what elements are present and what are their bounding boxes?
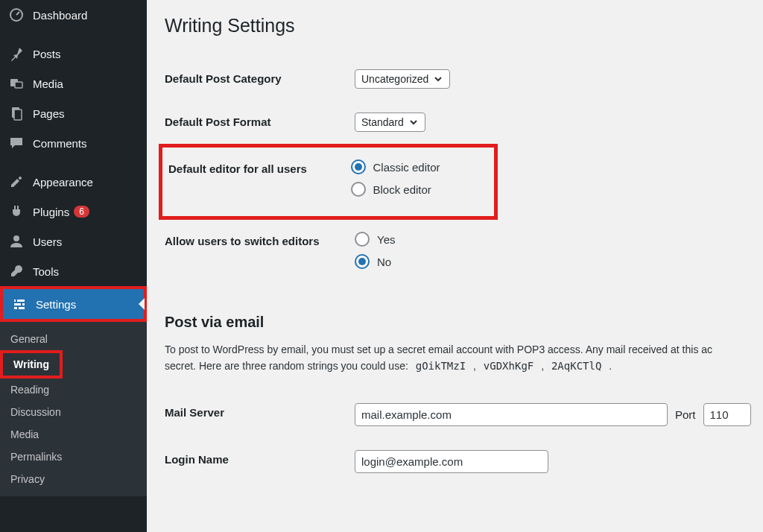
radio-allow-switch-yes[interactable]: Yes — [355, 232, 757, 247]
radio-icon — [355, 254, 370, 269]
media-icon — [9, 76, 24, 91]
admin-sidebar: Dashboard Posts Media Pages Comments App… — [0, 0, 147, 532]
pushpin-icon — [9, 46, 24, 61]
chevron-down-icon — [433, 74, 443, 84]
label-login-name: Login Name — [165, 438, 355, 485]
subnav-writing[interactable]: Writing — [3, 353, 60, 376]
random-string-3: 2AqKCTlQ — [547, 358, 606, 373]
settings-subnav: General Writing Reading Discussion Media… — [0, 322, 147, 496]
sidebar-label: Plugins — [33, 206, 69, 218]
select-value: Standard — [361, 116, 404, 128]
svg-rect-12 — [17, 306, 19, 310]
subnav-privacy[interactable]: Privacy — [0, 468, 147, 490]
settings-icon — [12, 297, 27, 311]
select-default-format[interactable]: Standard — [355, 113, 425, 132]
svg-point-5 — [19, 177, 22, 180]
sidebar-item-tools[interactable]: Tools — [0, 256, 147, 286]
sidebar-label: Dashboard — [33, 9, 87, 22]
sidebar-item-pages[interactable]: Pages — [0, 98, 147, 128]
tools-icon — [9, 264, 24, 279]
radio-icon — [351, 182, 366, 197]
subnav-discussion[interactable]: Discussion — [0, 401, 147, 423]
appearance-icon — [9, 174, 24, 189]
input-login-name[interactable] — [355, 450, 548, 473]
svg-rect-8 — [14, 303, 25, 305]
svg-rect-2 — [15, 82, 22, 88]
label-default-editor: Default editor for all users — [161, 146, 351, 218]
sidebar-item-posts[interactable]: Posts — [0, 39, 147, 69]
label-mail-server: Mail Server — [165, 391, 355, 438]
heading-post-via-email: Post via email — [165, 314, 757, 331]
sidebar-label: Pages — [33, 107, 65, 120]
page-title: Writing Settings — [165, 15, 757, 37]
radio-icon — [355, 232, 370, 247]
label-port: Port — [675, 408, 696, 421]
radio-label: Classic editor — [373, 161, 440, 174]
subnav-general[interactable]: General — [0, 328, 147, 350]
writing-settings-form-cont: Allow users to switch editors Yes No — [165, 220, 757, 288]
sidebar-item-dashboard[interactable]: Dashboard — [0, 0, 147, 30]
sidebar-label: Users — [33, 235, 62, 248]
dashboard-icon — [9, 7, 24, 22]
radio-label: Block editor — [373, 183, 431, 196]
sidebar-item-comments[interactable]: Comments — [0, 128, 147, 158]
highlight-settings-nav: Settings — [0, 286, 147, 322]
users-icon — [9, 234, 24, 249]
subnav-reading[interactable]: Reading — [0, 379, 147, 401]
label-default-category: Default Post Category — [165, 57, 355, 101]
post-via-email-form: Mail Server Port Login Name — [165, 391, 757, 485]
sidebar-label: Posts — [33, 48, 61, 60]
radio-label: No — [377, 256, 391, 268]
plugins-icon — [9, 204, 24, 219]
label-allow-switch: Allow users to switch editors — [165, 220, 355, 288]
svg-rect-10 — [16, 299, 17, 303]
plugins-update-badge: 6 — [74, 206, 89, 218]
subnav-media[interactable]: Media — [0, 423, 147, 446]
post-via-email-description: To post to WordPress by email, you must … — [165, 341, 757, 375]
sidebar-item-media[interactable]: Media — [0, 69, 147, 98]
sidebar-item-plugins[interactable]: Plugins 6 — [0, 197, 147, 227]
sidebar-label: Appearance — [33, 176, 93, 189]
radio-icon — [351, 159, 366, 174]
pages-icon — [9, 106, 24, 121]
chevron-down-icon — [408, 117, 419, 127]
random-string-2: vGDXhKgF — [479, 358, 538, 373]
sidebar-item-appearance[interactable]: Appearance — [0, 167, 147, 197]
main-content: Writing Settings Default Post Category U… — [147, 0, 763, 532]
input-mail-port[interactable] — [703, 403, 751, 426]
sidebar-label: Media — [33, 77, 63, 90]
select-value: Uncategorized — [361, 73, 428, 85]
sidebar-item-users[interactable]: Users — [0, 227, 147, 256]
sidebar-item-settings[interactable]: Settings — [3, 289, 144, 319]
radio-allow-switch-no[interactable]: No — [355, 254, 757, 269]
highlight-writing-subnav: Writing — [0, 350, 63, 379]
random-string-1: gOikTMzI — [411, 358, 470, 373]
sidebar-label: Tools — [33, 265, 59, 278]
subnav-permalinks[interactable]: Permalinks — [0, 446, 147, 468]
writing-settings-form: Default Post Category Uncategorized Defa… — [165, 57, 757, 144]
sidebar-label: Comments — [33, 137, 87, 150]
radio-label: Yes — [377, 233, 395, 246]
svg-rect-9 — [14, 307, 25, 309]
input-mail-server[interactable] — [355, 403, 668, 426]
svg-rect-11 — [21, 303, 22, 306]
radio-block-editor[interactable]: Block editor — [351, 182, 495, 197]
label-default-format: Default Post Format — [165, 101, 355, 144]
svg-rect-4 — [14, 110, 22, 120]
sidebar-label: Settings — [36, 298, 76, 311]
svg-point-6 — [13, 235, 19, 241]
radio-classic-editor[interactable]: Classic editor — [351, 159, 495, 174]
comments-icon — [9, 136, 24, 151]
select-default-category[interactable]: Uncategorized — [355, 69, 450, 89]
highlight-default-editor: Default editor for all users Classic edi… — [159, 144, 498, 220]
